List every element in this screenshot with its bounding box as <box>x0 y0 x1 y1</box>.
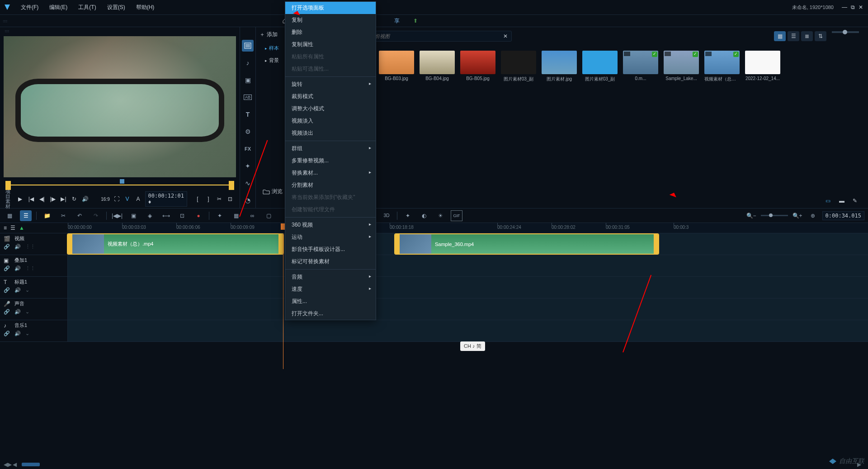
tl-tool-2[interactable]: ▣ <box>127 210 139 221</box>
menu-file[interactable]: 文件(F) <box>16 2 43 13</box>
media-item[interactable]: BG-B03.jpg <box>379 51 414 82</box>
clip-handle-left[interactable] <box>68 234 72 254</box>
track-mute-icon[interactable]: 🔊 <box>14 287 21 293</box>
track-extra-icon[interactable]: ⋮⋮ <box>25 265 35 271</box>
tool-audio[interactable]: ♪ <box>242 57 254 69</box>
tl-3d-icon[interactable]: 3D <box>381 210 392 221</box>
track-body[interactable] <box>68 320 868 341</box>
context-menu-item[interactable]: 音频▸ <box>285 271 376 283</box>
tool-path[interactable]: ∿ <box>242 177 254 189</box>
menu-edit[interactable]: 编辑(E) <box>45 2 72 13</box>
media-item[interactable]: ✓0.m... <box>623 51 658 82</box>
tool-speed[interactable]: ◔ <box>242 194 254 206</box>
tl-tool-4[interactable]: ⟷ <box>160 210 172 221</box>
trim-marker[interactable] <box>120 179 124 184</box>
context-menu-item[interactable]: 旋转▸ <box>285 78 376 90</box>
trim-bar[interactable] <box>5 181 234 190</box>
tl-open-icon[interactable]: 📁 <box>41 210 53 221</box>
clip-handle-right[interactable] <box>654 234 658 254</box>
prev-frame-button[interactable]: ◀| <box>38 194 46 204</box>
tl-tool-7[interactable]: ▦ <box>230 210 242 221</box>
next-frame-button[interactable]: |▶ <box>49 194 57 204</box>
sort-icon[interactable]: ⇅ <box>815 31 826 41</box>
snapshot-icon[interactable]: ⊡ <box>226 195 234 203</box>
thumb-size-slider[interactable] <box>832 31 859 33</box>
split-icon[interactable]: ✂ <box>215 195 223 203</box>
v-button[interactable]: V <box>123 194 132 204</box>
maximize-button[interactable]: ⧉ <box>849 4 856 11</box>
clear-search-icon[interactable]: ✕ <box>503 33 508 39</box>
context-menu-item[interactable]: 视频淡入 <box>285 115 376 127</box>
context-menu-item[interactable]: 裁剪模式 <box>285 90 376 103</box>
menu-settings[interactable]: 设置(S) <box>103 2 130 13</box>
panel-grip[interactable]: :::::::: <box>0 19 18 23</box>
context-menu-item[interactable]: 影音快手模板设计器... <box>285 243 376 256</box>
track-body[interactable]: 视频素材（总）.mp4Sample_360.mp4 <box>68 233 868 255</box>
context-menu-item[interactable]: 复制属性 <box>285 38 376 51</box>
panel-edit-icon[interactable]: ✎ <box>853 198 863 206</box>
tool-media[interactable] <box>242 40 254 52</box>
media-item[interactable]: BG-B05.jpg <box>460 51 495 82</box>
timeline-clip[interactable]: 视频素材（总）.mp4 <box>68 234 283 254</box>
mark-out-icon[interactable]: ] <box>204 195 212 203</box>
tl-tool-5[interactable]: ⊡ <box>176 210 188 221</box>
scroll-left-icon[interactable]: ◀ <box>13 461 20 468</box>
tl-tool-9[interactable]: ▢ <box>263 210 274 221</box>
view-detail-icon[interactable]: ≣ <box>801 31 813 41</box>
clip-handle-left[interactable] <box>395 234 400 254</box>
track-body[interactable] <box>68 298 868 320</box>
context-menu-item[interactable]: 运动▸ <box>285 231 376 243</box>
fit-timeline-icon[interactable]: ⊕ <box>807 210 819 221</box>
preview-mode-clip[interactable]: 素材 <box>5 199 14 209</box>
context-menu-item[interactable]: 删除 <box>285 26 376 38</box>
tl-gif-icon[interactable]: GIF <box>451 210 462 221</box>
tl-tool-3[interactable]: ◈ <box>144 210 156 221</box>
tl-record-icon[interactable]: ● <box>193 210 204 221</box>
preview-viewport[interactable] <box>4 36 236 177</box>
tool-fx[interactable]: FX <box>242 143 254 155</box>
tl-tool-6[interactable]: ✦ <box>214 210 226 221</box>
aspect-button[interactable]: 16:9 <box>101 194 109 204</box>
view-list-icon[interactable]: ☰ <box>788 31 799 41</box>
track-extra-icon[interactable]: ⌄ <box>25 287 29 293</box>
tl-undo-icon[interactable]: ↶ <box>74 210 85 221</box>
close-button[interactable]: ✕ <box>857 4 864 11</box>
context-menu-item[interactable]: 视频淡出 <box>285 127 376 139</box>
track-extra-icon[interactable]: ⌄ <box>25 309 29 315</box>
clip-handle-right[interactable] <box>278 234 283 254</box>
context-menu-item[interactable]: 调整大小模式 <box>285 103 376 115</box>
track-menu-icon[interactable]: ≡ <box>4 225 7 231</box>
zoom-slider[interactable] <box>761 215 788 216</box>
timeline-clip[interactable]: Sample_360.mp4 <box>395 234 658 254</box>
scroll-buttons[interactable]: ◀▶ <box>4 461 11 468</box>
panel-icon-1[interactable]: ▭ <box>826 198 835 206</box>
trim-in-handle[interactable] <box>5 181 11 190</box>
tl-tool-1[interactable]: |◀▶| <box>111 210 123 221</box>
play-button[interactable]: ▶ <box>16 194 24 204</box>
zoom-out-icon[interactable]: 🔍− <box>745 210 757 221</box>
tl-cut-icon[interactable]: ✂ <box>57 210 69 221</box>
media-item[interactable]: 图片素材.jpg <box>542 51 577 82</box>
track-link-icon[interactable]: 🔗 <box>4 287 10 293</box>
volume-button[interactable]: 🔊 <box>81 194 89 204</box>
upload-icon[interactable]: ⬆ <box>413 18 418 24</box>
search-input[interactable] <box>360 33 503 39</box>
go-end-button[interactable]: ▶| <box>60 194 68 204</box>
tab-share[interactable]: 享 <box>394 17 400 25</box>
context-menu-item[interactable]: 分割素材 <box>285 179 376 191</box>
preview-mode-project[interactable]: 项目 <box>5 189 14 199</box>
zoom-in-icon[interactable]: 🔍+ <box>792 210 803 221</box>
media-item[interactable]: ✓视频素材（总）... <box>704 51 740 82</box>
context-menu-item[interactable]: 速度▸ <box>285 283 376 295</box>
timeline-ruler[interactable]: ≡ ☰ ▲ 00:00:00:0000:00:03:0300:00:06:060… <box>0 223 868 233</box>
track-mute-icon[interactable]: 🔊 <box>14 331 21 336</box>
track-mute-icon[interactable]: 🔊 <box>14 244 21 250</box>
track-extra-icon[interactable]: ⋮⋮ <box>25 244 35 250</box>
context-menu-item[interactable]: 标记可替换素材 <box>285 256 376 268</box>
preview-timecode[interactable]: 00:00:12:01 ♦ <box>145 191 187 207</box>
media-item[interactable]: 图片素材03_副 <box>501 51 536 82</box>
tool-sparkle[interactable]: ✦ <box>242 160 254 172</box>
menu-tools[interactable]: 工具(T) <box>74 2 100 13</box>
media-item[interactable]: 2022-12-02_14... <box>745 51 780 82</box>
playhead[interactable] <box>283 233 283 369</box>
